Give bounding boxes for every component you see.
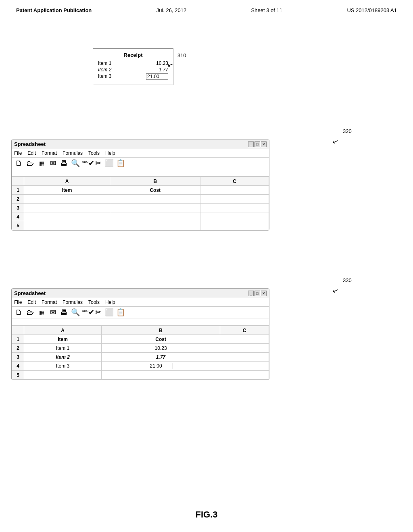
ss2-formula-bar[interactable] — [12, 318, 269, 326]
new-doc-icon[interactable]: 🗋 — [14, 159, 24, 168]
ss2-row3-header[interactable]: 3 — [12, 353, 24, 362]
ss2-abc-check-icon[interactable]: ABC✔ — [82, 308, 92, 317]
ss1-r4c2[interactable] — [110, 212, 200, 221]
ss2-col-b[interactable]: B — [102, 326, 220, 335]
ss2-r4c2-input[interactable] — [149, 363, 173, 369]
email-icon[interactable]: ✉ — [48, 159, 58, 168]
ss2-open-icon[interactable]: 🗁 — [25, 308, 35, 317]
ss2-r3c2[interactable]: 1.77 — [102, 353, 220, 362]
ss1-menubar: File Edit Format Formulas Tools Help — [12, 149, 269, 158]
receipt-box: Receipt Item 1 10.23 Item 2 1.77 Item 3 — [93, 48, 173, 85]
ss2-r2c3[interactable] — [220, 344, 269, 353]
ss2-col-c[interactable]: C — [220, 326, 269, 335]
ss1-r4c1[interactable] — [24, 212, 110, 221]
ss2-row2-header[interactable]: 2 — [12, 344, 24, 353]
ss1-col-a[interactable]: A — [24, 177, 110, 186]
ss1-r3c1[interactable] — [24, 204, 110, 212]
receipt-item3-input[interactable] — [146, 73, 168, 80]
ss2-row1-header[interactable]: 1 — [12, 335, 24, 344]
open-icon[interactable]: 🗁 — [25, 159, 35, 168]
ss1-r5c1[interactable] — [24, 221, 110, 230]
ss1-r2c1[interactable] — [24, 195, 110, 204]
ss2-email-icon[interactable]: ✉ — [48, 308, 58, 317]
ss2-r2c1[interactable]: Item 1 — [24, 344, 102, 353]
ss2-row4-header[interactable]: 4 — [12, 362, 24, 371]
table-row: 4 Item 3 — [12, 362, 269, 371]
ss1-r1c2[interactable]: Cost — [110, 186, 200, 195]
ss1-r1c3[interactable] — [200, 186, 269, 195]
abc-check-icon[interactable]: ABC✔ — [82, 159, 92, 168]
ss2-r4c1[interactable]: Item 3 — [24, 362, 102, 371]
ss1-minimize-btn[interactable]: _ — [248, 141, 254, 147]
ss1-r4c3[interactable] — [200, 212, 269, 221]
ss1-row5-header[interactable]: 5 — [12, 221, 24, 230]
receipt-item3-label: Item 3 — [98, 73, 111, 80]
ss2-r5c3[interactable] — [220, 371, 269, 380]
ss1-row2-header[interactable]: 2 — [12, 195, 24, 204]
print-icon[interactable]: 🖶 — [59, 159, 69, 168]
ss2-r5c1[interactable] — [24, 371, 102, 380]
scissors-icon[interactable]: ✂ — [93, 159, 103, 168]
ss2-r1c1[interactable]: Item — [24, 335, 102, 344]
table-row: 4 — [12, 212, 269, 221]
ss1-col-c[interactable]: C — [200, 177, 269, 186]
ss2-r3c1[interactable]: Item 2 — [24, 353, 102, 362]
ss2-minimize-btn[interactable]: _ — [248, 291, 254, 296]
ss2-menu-format[interactable]: Format — [42, 299, 57, 305]
ss2-copy-icon[interactable]: ⬜ — [104, 308, 114, 317]
ss2-preview-icon[interactable]: 🔍 — [71, 308, 80, 317]
ss1-menu-file[interactable]: File — [14, 150, 22, 156]
copy-icon[interactable]: ⬜ — [104, 159, 114, 168]
ss2-r1c2[interactable]: Cost — [102, 335, 220, 344]
spreadsheet-2: Spreadsheet _ □ ✕ File Edit Format Formu… — [11, 288, 269, 380]
ss1-formula-bar[interactable] — [12, 169, 269, 177]
ss1-menu-tools[interactable]: Tools — [88, 150, 100, 156]
label-330: 330 — [343, 277, 352, 283]
ss1-col-b[interactable]: B — [110, 177, 200, 186]
ss2-scissors-icon[interactable]: ✂ — [93, 308, 103, 317]
ss2-r5c2[interactable] — [102, 371, 220, 380]
ss2-winbtns: _ □ ✕ — [248, 291, 267, 296]
ss1-maximize-btn[interactable]: □ — [254, 141, 260, 147]
ss2-paste-icon[interactable]: 📋 — [116, 308, 125, 317]
ss1-r3c2[interactable] — [110, 204, 200, 212]
ss2-menu-tools[interactable]: Tools — [88, 299, 100, 305]
ss2-titlebar: Spreadsheet _ □ ✕ — [12, 289, 269, 298]
ss2-save-icon[interactable]: ▦ — [37, 309, 46, 316]
ss2-print-icon[interactable]: 🖶 — [59, 308, 69, 317]
ss1-r5c2[interactable] — [110, 221, 200, 230]
paste-icon[interactable]: 📋 — [116, 159, 125, 168]
ss2-r1c3[interactable] — [220, 335, 269, 344]
ss2-row5-header[interactable]: 5 — [12, 371, 24, 380]
ss1-r5c3[interactable] — [200, 221, 269, 230]
ss1-row4-header[interactable]: 4 — [12, 212, 24, 221]
ss1-r3c3[interactable] — [200, 204, 269, 212]
ss1-row3-header[interactable]: 3 — [12, 204, 24, 212]
ss2-new-doc-icon[interactable]: 🗋 — [14, 308, 24, 317]
ss1-r2c3[interactable] — [200, 195, 269, 204]
ss1-grid: A B C 1 Item Cost 2 — [12, 177, 269, 230]
ss2-r4c3[interactable] — [220, 362, 269, 371]
save-icon[interactable]: ▦ — [37, 160, 46, 166]
ss1-menu-edit[interactable]: Edit — [27, 150, 36, 156]
ss1-r2c2[interactable] — [110, 195, 200, 204]
ss2-maximize-btn[interactable]: □ — [254, 291, 260, 296]
ss2-r4c2[interactable] — [102, 362, 220, 371]
ss2-menu-edit[interactable]: Edit — [27, 299, 36, 305]
ss1-row1-header[interactable]: 1 — [12, 186, 24, 195]
ss2-menu-help[interactable]: Help — [105, 299, 115, 305]
ss1-close-btn[interactable]: ✕ — [261, 141, 267, 147]
ss2-menu-formulas[interactable]: Formulas — [63, 299, 83, 305]
ss2-r2c2[interactable]: 10.23 — [102, 344, 220, 353]
ss2-menubar: File Edit Format Formulas Tools Help — [12, 298, 269, 307]
ss1-menu-formulas[interactable]: Formulas — [63, 150, 83, 156]
ss2-close-btn[interactable]: ✕ — [261, 291, 267, 296]
ss2-menu-file[interactable]: File — [14, 299, 22, 305]
ss2-r3c3[interactable] — [220, 353, 269, 362]
preview-icon[interactable]: 🔍 — [71, 159, 80, 168]
ss1-menu-format[interactable]: Format — [42, 150, 57, 156]
ss2-col-a[interactable]: A — [24, 326, 102, 335]
ss1-menu-help[interactable]: Help — [105, 150, 115, 156]
ss1-r1c1[interactable]: Item — [24, 186, 110, 195]
receipt-row-1: Item 1 10.23 — [98, 60, 168, 66]
